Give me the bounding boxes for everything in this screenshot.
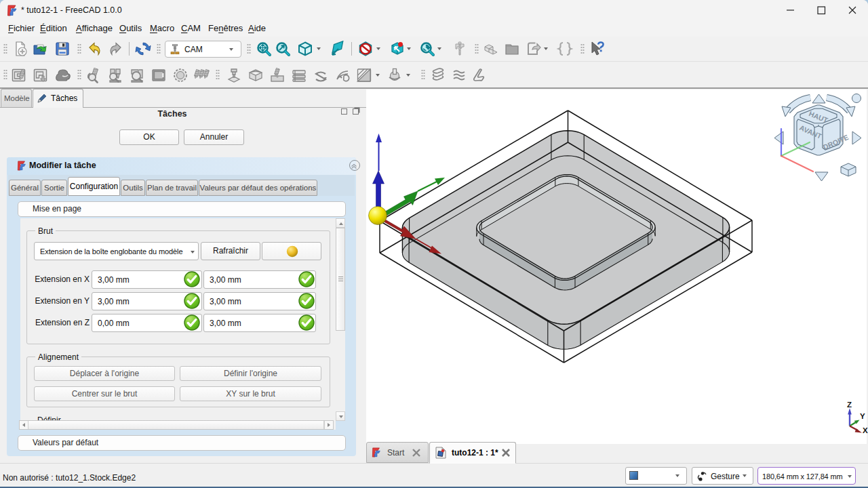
- svg-text:X: X: [863, 426, 868, 434]
- svg-text:Y: Y: [860, 412, 865, 420]
- svg-text:Z: Z: [847, 401, 852, 409]
